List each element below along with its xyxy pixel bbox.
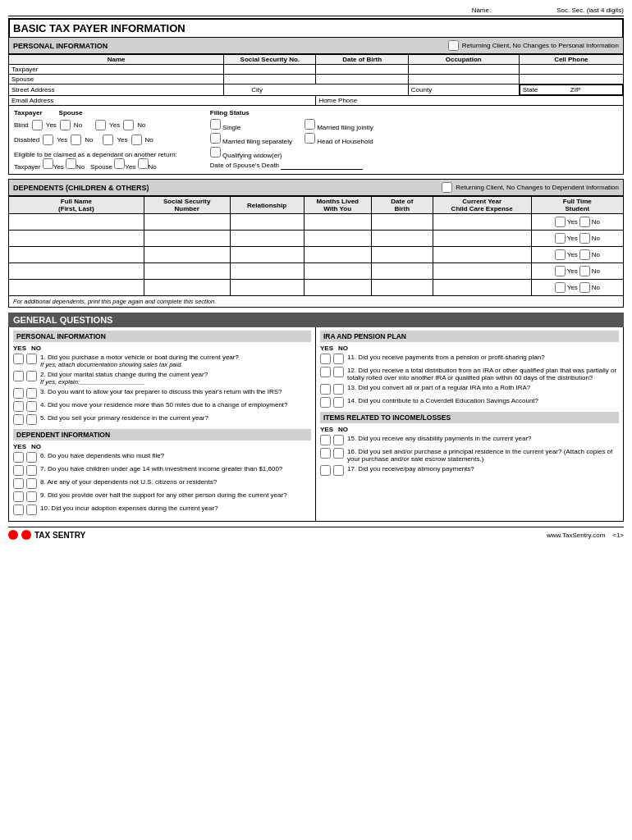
q3-yes[interactable]	[13, 388, 24, 399]
q13-no[interactable]	[333, 384, 344, 395]
q6-yes[interactable]	[13, 452, 24, 463]
dep1-months[interactable]	[307, 218, 366, 226]
spouse-phone-input[interactable]	[522, 75, 616, 83]
spouse-death-input[interactable]	[281, 162, 363, 170]
spouse-disabled-yes[interactable]	[103, 135, 113, 145]
q2-no[interactable]	[26, 371, 37, 381]
home-phone-input[interactable]	[359, 97, 540, 104]
dep1-no[interactable]	[579, 217, 590, 227]
taxpayer-dob-input[interactable]	[318, 66, 401, 73]
spouse-name-input[interactable]	[35, 75, 192, 83]
q1-yes[interactable]	[13, 354, 24, 364]
taxpayer-phone-input[interactable]	[522, 66, 616, 73]
q15-yes[interactable]	[320, 435, 331, 445]
zip-input[interactable]	[582, 86, 611, 94]
dep4-months[interactable]	[307, 267, 366, 275]
fs-married-jointly-cb[interactable]	[305, 119, 315, 130]
dep5-name[interactable]	[11, 284, 135, 291]
dep3-dob[interactable]	[374, 251, 427, 258]
q13-yes[interactable]	[320, 384, 331, 395]
q5-yes[interactable]	[13, 414, 24, 425]
dep2-no[interactable]	[579, 233, 590, 244]
taxpayer-eligible-yes[interactable]	[43, 158, 53, 169]
q17-yes[interactable]	[320, 465, 331, 476]
dep2-ssn[interactable]	[147, 235, 223, 242]
q14-no[interactable]	[333, 397, 344, 408]
spouse-dob-input[interactable]	[318, 75, 401, 83]
dep1-ssn[interactable]	[147, 218, 223, 226]
dep2-childcare[interactable]	[436, 235, 524, 242]
dep3-rel[interactable]	[233, 251, 298, 258]
spouse-eligible-yes[interactable]	[114, 158, 125, 169]
dep2-rel[interactable]	[233, 235, 298, 242]
dep5-months[interactable]	[307, 284, 366, 291]
fs-widow-cb[interactable]	[210, 147, 221, 158]
q2-yes[interactable]	[13, 371, 24, 381]
q12-no[interactable]	[333, 367, 344, 377]
q16-no[interactable]	[333, 448, 344, 459]
dep3-ssn[interactable]	[147, 251, 223, 258]
q9-yes[interactable]	[13, 491, 24, 502]
spouse-disabled-no[interactable]	[131, 135, 142, 145]
fs-married-sep-cb[interactable]	[210, 133, 221, 144]
taxpayer-disabled-yes[interactable]	[43, 135, 53, 145]
q15-no[interactable]	[333, 435, 344, 445]
dep1-rel[interactable]	[233, 218, 298, 226]
dep3-name[interactable]	[11, 251, 135, 258]
fs-single-cb[interactable]	[210, 119, 221, 130]
dep1-yes[interactable]	[555, 217, 566, 227]
dep5-ssn[interactable]	[147, 284, 223, 291]
returning-client-checkbox[interactable]	[448, 40, 459, 51]
taxpayer-ssn-input[interactable]	[227, 66, 309, 73]
q10-no[interactable]	[26, 504, 37, 515]
returning-dep-checkbox[interactable]	[442, 182, 452, 193]
dep2-dob[interactable]	[374, 235, 427, 242]
dep3-no[interactable]	[579, 249, 590, 260]
dep4-childcare[interactable]	[436, 267, 524, 275]
q14-yes[interactable]	[320, 397, 331, 408]
q12-yes[interactable]	[320, 367, 331, 377]
q16-yes[interactable]	[320, 448, 331, 459]
spouse-ssn-input[interactable]	[227, 75, 309, 83]
dep5-childcare[interactable]	[436, 284, 524, 291]
dep2-months[interactable]	[307, 235, 366, 242]
dep1-childcare[interactable]	[436, 218, 524, 226]
q17-no[interactable]	[333, 465, 344, 476]
taxpayer-eligible-no[interactable]	[66, 158, 76, 169]
dep4-dob[interactable]	[374, 267, 427, 275]
taxpayer-occ-input[interactable]	[411, 66, 511, 73]
spouse-blind-no[interactable]	[123, 120, 134, 130]
spouse-occ-input[interactable]	[411, 75, 511, 83]
street-addr-input[interactable]	[57, 86, 182, 94]
q4-no[interactable]	[26, 401, 37, 412]
city-input[interactable]	[264, 86, 380, 94]
dep5-yes[interactable]	[555, 282, 566, 293]
q10-yes[interactable]	[13, 504, 24, 515]
dep2-name[interactable]	[11, 235, 135, 242]
dep4-rel[interactable]	[233, 267, 298, 275]
q8-yes[interactable]	[13, 478, 24, 489]
dep5-no[interactable]	[579, 282, 590, 293]
fs-head-cb[interactable]	[305, 133, 315, 144]
q5-no[interactable]	[26, 414, 37, 425]
dep3-months[interactable]	[307, 251, 366, 258]
q6-no[interactable]	[26, 452, 37, 463]
q11-yes[interactable]	[320, 354, 331, 364]
q9-no[interactable]	[26, 491, 37, 502]
county-input[interactable]	[433, 86, 486, 94]
dep4-ssn[interactable]	[147, 267, 223, 275]
dep5-rel[interactable]	[233, 284, 298, 291]
q7-yes[interactable]	[13, 465, 24, 476]
q8-no[interactable]	[26, 478, 37, 489]
taxpayer-blind-no[interactable]	[60, 120, 71, 130]
spouse-eligible-no[interactable]	[138, 158, 149, 169]
dep3-childcare[interactable]	[436, 251, 524, 258]
dep1-name[interactable]	[11, 218, 135, 226]
q3-no[interactable]	[26, 388, 37, 399]
dep2-yes[interactable]	[555, 233, 566, 244]
q11-no[interactable]	[333, 354, 344, 364]
dep5-dob[interactable]	[374, 284, 427, 291]
dep4-yes[interactable]	[555, 266, 566, 276]
dep3-yes[interactable]	[555, 249, 566, 260]
state-input[interactable]	[539, 86, 569, 94]
